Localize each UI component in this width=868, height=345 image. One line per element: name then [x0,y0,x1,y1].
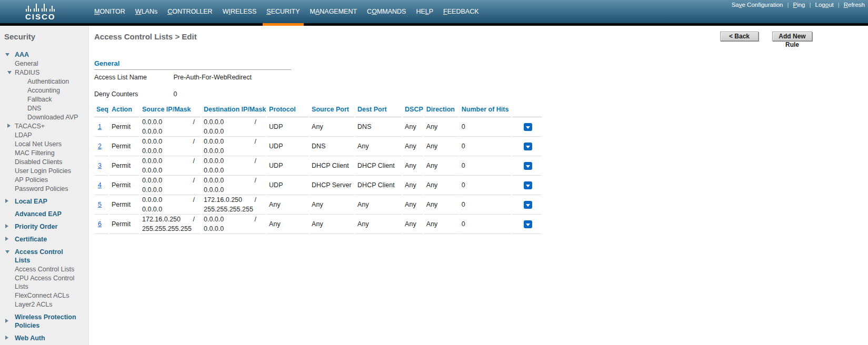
rule-source-port: DHCP Client [312,162,349,169]
rule-source-ipmask: 172.16.0.250/ 255.255.255.255 [142,215,201,234]
rule-hit-count: 0 [462,201,465,208]
sidebar-item-advanced-eap[interactable]: Advanced EAP [0,210,79,218]
deny-counters-label: Deny Counters [94,90,172,98]
tab-help[interactable]: HELP [416,0,433,23]
rule-destination-ipmask: 0.0.0.0/ 0.0.0.0 [204,176,266,195]
tab-management[interactable]: MANAGEMENT [310,0,357,23]
sidebar-item-dns[interactable]: DNS [0,104,88,113]
sidebar-item-user-login-policies[interactable]: User Login Policies [0,167,88,175]
chevron-down-icon[interactable] [5,250,9,253]
sidebar-item-downloaded-avp[interactable]: Downloaded AVP [0,113,88,121]
rule-destination-ipmask: 0.0.0.0/ 0.0.0.0 [204,117,266,136]
sidebar-item-disabled-clients[interactable]: Disabled Clients [0,158,88,166]
access-list-name-row: Access List Name Pre-Auth-For-WebRedirec… [94,74,252,81]
seq-link-2[interactable]: 2 [96,143,103,150]
tab-security[interactable]: SECURITY [266,0,300,23]
sidebar-item-authentication[interactable]: Authentication [0,77,88,86]
tab-feedback[interactable]: FEEDBACK [443,0,478,23]
sidebar-item-password-policies[interactable]: Password Policies [0,185,88,193]
sidebar-item-web-auth[interactable]: Web Auth [0,334,79,342]
rule-action: Permit [112,143,131,150]
rule-direction: Any [426,220,438,228]
rule-source-port: DHCP Server [312,181,351,189]
rule-menu-dropdown-button-5[interactable] [524,201,532,209]
rule-menu-dropdown-button-6[interactable] [524,220,532,228]
sidebar-item-priority-order[interactable]: Priority Order [0,222,79,231]
sidebar-item-wireless-protection-policies[interactable]: Wireless Protection Policies [0,313,79,330]
sidebar-item-mac-filtering[interactable]: MAC Filtering [0,149,88,157]
sidebar-item-certificate[interactable]: Certificate [0,235,79,243]
rule-menu-dropdown-button-3[interactable] [524,162,532,170]
seq-link-4[interactable]: 4 [96,181,103,189]
seq-link-6[interactable]: 6 [96,220,103,228]
sidebar-item-radius[interactable]: RADIUS [0,68,88,77]
sidebar-item-local-eap[interactable]: Local EAP [0,197,79,206]
rule-hit-count: 0 [462,181,465,189]
chevron-right-icon[interactable] [5,237,8,241]
utility-link-refresh[interactable]: Refresh [844,2,865,8]
main-content: Access Control Lists > Edit < Back Add N… [89,26,868,345]
utility-link-logout[interactable]: Logout [815,2,834,8]
nav-underline-bar [0,23,868,26]
chevron-right-icon[interactable] [5,336,8,340]
sidebar-item-layer2-acls[interactable]: Layer2 ACLs [0,300,88,309]
rule-action: Permit [112,220,131,228]
chevron-right-icon[interactable] [5,319,8,323]
column-header-dscp: DSCP [403,106,423,117]
tab-controller[interactable]: CONTROLLER [167,0,212,23]
seq-link-1[interactable]: 1 [96,123,103,130]
column-header-source-ip-mask: Source IP/Mask [140,106,201,117]
seq-link-5[interactable]: 5 [96,201,103,208]
column-header-seq: Seq [94,106,108,117]
sidebar-item-access-control-lists[interactable]: Access Control Lists [0,265,88,273]
rule-protocol: UDP [269,143,283,150]
sidebar-item-access-control-lists[interactable]: Access Control Lists [0,248,79,265]
acl-rule-row: 2 Permit 0.0.0.0/ 0.0.0.0 0.0.0.0/ 0.0.0… [94,137,542,156]
acl-rule-row: 4 Permit 0.0.0.0/ 0.0.0.0 0.0.0.0/ 0.0.0… [94,176,542,195]
rule-dest-port: Any [357,220,369,228]
rule-hit-count: 0 [462,143,465,150]
tab-wireless[interactable]: WIRELESS [223,0,257,23]
sidebar-item-aaa[interactable]: AAA [0,50,79,59]
tab-wlans[interactable]: WLANs [135,0,157,23]
sidebar-item-ap-policies[interactable]: AP Policies [0,176,88,184]
rule-menu-dropdown-button-1[interactable] [524,123,532,131]
sidebar-item-general[interactable]: General [0,59,88,68]
rule-dscp: Any [405,123,416,130]
rule-menu-dropdown-button-4[interactable] [524,181,532,189]
chevron-right-icon[interactable] [5,199,8,203]
chevron-down-icon[interactable] [7,71,12,74]
rule-direction: Any [426,181,438,189]
seq-link-3[interactable]: 3 [96,162,103,169]
sidebar-item-flexconnect-acls[interactable]: FlexConnect ACLs [0,291,88,300]
chevron-right-icon[interactable] [7,124,11,128]
back-button[interactable]: < Back [720,32,759,41]
link-separator: | [810,2,811,8]
chevron-down-icon[interactable] [5,53,9,56]
chevron-right-icon[interactable] [5,224,8,228]
sidebar-item-local-net-users[interactable]: Local Net Users [0,140,88,148]
rule-hit-count: 0 [462,123,465,130]
rule-protocol: Any [269,220,281,228]
sidebar-item-accounting[interactable]: Accounting [0,86,88,95]
top-header: CISCO MONITORWLANsCONTROLLERWIRELESSSECU… [0,0,868,23]
acl-table-body: 1 Permit 0.0.0.0/ 0.0.0.0 0.0.0.0/ 0.0.0… [94,117,542,234]
add-new-rule-button[interactable]: Add New Rule [772,32,812,41]
rule-source-port: DNS [312,143,325,150]
security-sidebar: Security AAAGeneralRADIUSAuthenticationA… [0,26,89,345]
rule-hit-count: 0 [462,162,465,169]
tab-commands[interactable]: COMMANDS [367,0,406,23]
sidebar-item-tacacs[interactable]: TACACS+ [0,122,88,130]
utility-link-ping[interactable]: Ping [793,2,805,8]
tab-monitor[interactable]: MONITOR [94,0,125,23]
sidebar-title: Security [4,32,88,41]
rule-menu-dropdown-button-2[interactable] [524,143,532,150]
utility-link-save-configuration[interactable]: Save Configuration [732,2,783,8]
sidebar-item-cpu-access-control-lists[interactable]: CPU Access Control Lists [0,274,88,291]
sidebar-item-ldap[interactable]: LDAP [0,131,88,139]
sidebar-item-fallback[interactable]: Fallback [0,95,88,104]
rule-destination-ipmask: 0.0.0.0/ 0.0.0.0 [204,156,266,175]
sidebar-items: AAAGeneralRADIUSAuthenticationAccounting… [0,50,88,345]
general-section-divider [94,69,291,70]
rule-direction: Any [426,201,438,208]
